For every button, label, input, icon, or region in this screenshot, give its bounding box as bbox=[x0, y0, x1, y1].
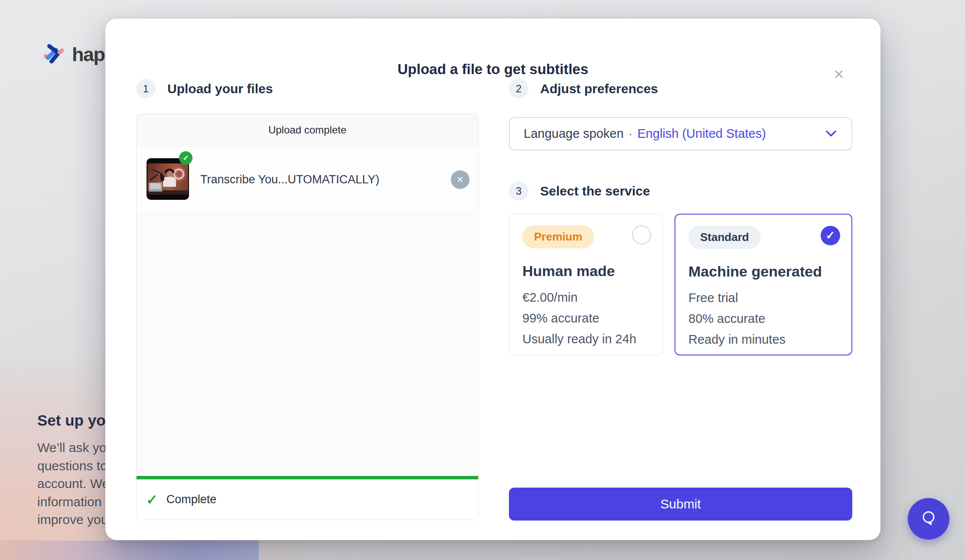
service-card-premium[interactable]: Premium Human made €2.00/min 99% accurat… bbox=[509, 214, 663, 355]
standard-title: Machine generated bbox=[688, 263, 838, 280]
submit-button[interactable]: Submit bbox=[509, 488, 852, 521]
step-2-number: 2 bbox=[509, 79, 528, 98]
language-select[interactable]: Language spoken · English (United States… bbox=[509, 117, 852, 150]
language-select-value: English (United States) bbox=[637, 127, 766, 141]
chat-bubble-icon bbox=[919, 508, 939, 530]
premium-radio-unselected[interactable] bbox=[632, 225, 651, 244]
complete-check-icon: ✓ bbox=[146, 492, 158, 508]
standard-feature: 80% accurate bbox=[688, 308, 838, 329]
premium-badge: Premium bbox=[522, 225, 594, 248]
upload-status-header: Upload complete bbox=[137, 114, 478, 147]
upload-panel: Upload complete ✓ Transcrib bbox=[136, 114, 479, 520]
happy-scribe-logo-icon bbox=[42, 42, 65, 68]
premium-feature: 99% accurate bbox=[522, 308, 649, 329]
thumbnail-art bbox=[147, 163, 188, 195]
standard-badge: Standard bbox=[688, 226, 761, 249]
thumbnail-person-head bbox=[166, 171, 173, 177]
file-name: Transcribe You...UTOMATICALLY) bbox=[200, 147, 379, 212]
language-select-label: Language spoken bbox=[524, 127, 624, 141]
thumbnail-laptop-screen bbox=[150, 183, 161, 189]
step-1-label: Upload your files bbox=[167, 81, 273, 96]
setup-paragraph-line: improve you bbox=[37, 511, 114, 529]
chevron-down-icon bbox=[825, 127, 838, 141]
step-1-number: 1 bbox=[136, 79, 156, 98]
service-card-standard[interactable]: Standard ✓ Machine generated Free trial … bbox=[675, 214, 852, 355]
upload-success-check-icon: ✓ bbox=[179, 151, 192, 165]
step-2-header: 2 Adjust preferences bbox=[509, 79, 658, 98]
step-3-label: Select the service bbox=[540, 184, 650, 199]
premium-feature: €2.00/min bbox=[522, 287, 649, 308]
upload-footer: ✓ Complete bbox=[137, 479, 478, 520]
setup-paragraph: We’ll ask you questions to account. We i… bbox=[37, 439, 114, 529]
thumbnail-mic-arm bbox=[150, 174, 158, 180]
language-select-separator: · bbox=[629, 127, 633, 141]
upload-subtitles-modal: Upload a file to get subtitles ✕ 1 Uploa… bbox=[105, 19, 880, 540]
premium-feature: Usually ready in 24h bbox=[522, 329, 649, 349]
standard-feature: Ready in minutes bbox=[688, 329, 838, 350]
thumbnail-person-shirt bbox=[163, 177, 176, 187]
step-3-header: 3 Select the service bbox=[509, 181, 650, 201]
uploaded-file-row: ✓ Transcribe You...UTOMATICALLY) ✕ bbox=[137, 147, 478, 213]
premium-title: Human made bbox=[522, 263, 649, 280]
help-chat-button[interactable] bbox=[908, 498, 949, 540]
thumbnail-mic-arm bbox=[151, 169, 163, 175]
standard-feature: Free trial bbox=[688, 287, 838, 308]
file-list-empty-area bbox=[137, 213, 478, 476]
thumbnail-laptop bbox=[149, 182, 162, 192]
setup-paragraph-line: information bbox=[37, 493, 114, 511]
remove-file-button[interactable]: ✕ bbox=[451, 170, 469, 189]
step-1-header: 1 Upload your files bbox=[136, 79, 273, 98]
upload-progress-bar bbox=[137, 476, 478, 479]
thumbnail-microphone bbox=[160, 174, 164, 182]
setup-paragraph-line: account. We bbox=[37, 475, 114, 493]
service-cards: Premium Human made €2.00/min 99% accurat… bbox=[509, 214, 852, 355]
step-2-label: Adjust preferences bbox=[540, 81, 658, 96]
modal-title: Upload a file to get subtitles bbox=[105, 61, 880, 78]
setup-heading: Set up you bbox=[37, 412, 115, 429]
setup-paragraph-line: questions to bbox=[37, 457, 114, 475]
complete-label: Complete bbox=[166, 493, 217, 506]
setup-paragraph-line: We’ll ask you bbox=[37, 439, 114, 457]
video-thumbnail bbox=[147, 158, 189, 200]
close-icon[interactable]: ✕ bbox=[828, 64, 849, 85]
background-purple-strip bbox=[0, 540, 259, 560]
standard-selected-check-icon[interactable]: ✓ bbox=[821, 226, 840, 245]
step-3-number: 3 bbox=[509, 181, 528, 201]
premium-features: €2.00/min 99% accurate Usually ready in … bbox=[522, 287, 649, 349]
standard-features: Free trial 80% accurate Ready in minutes bbox=[688, 287, 838, 350]
